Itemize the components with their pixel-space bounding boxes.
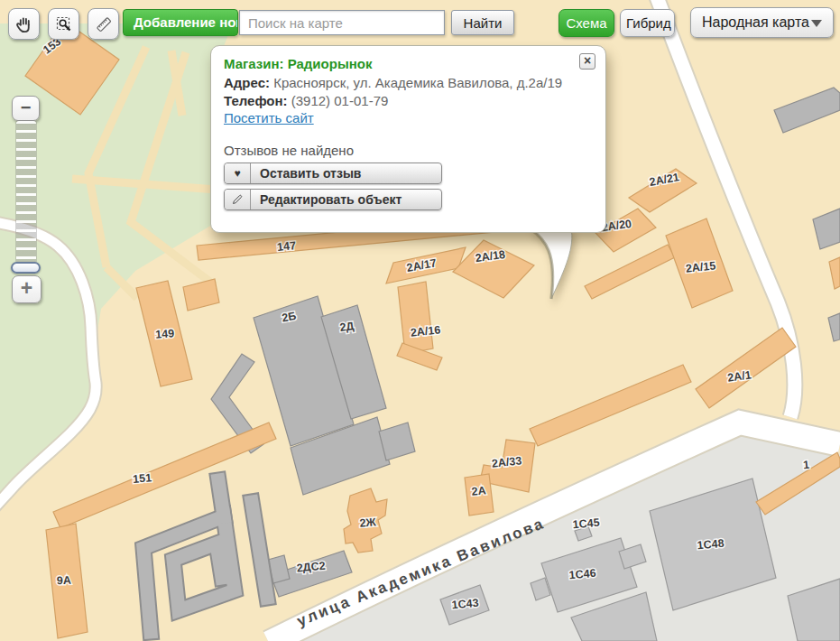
leave-review-button[interactable]: ♥ Оставить отзыв [224,163,442,184]
popup-title: Магазин: Радиорынок [224,56,593,71]
zoom-select-tool-button[interactable] [48,8,79,40]
building-label: 147 [276,239,296,254]
building-label: 9А [57,574,71,588]
balloon-tail [519,227,600,304]
address-value: Красноярск, ул. Академика Вавилова, д.2а… [273,75,562,90]
visit-site-link[interactable]: Посетить сайт [224,109,314,127]
magnifier-icon [55,15,73,33]
building-label: 1С45 [572,516,600,532]
building-label: 1С46 [568,567,596,582]
add-object-button[interactable]: Добавление нового объекта [123,9,238,36]
edit-object-label: Редактировать объект [251,190,441,209]
popup-address: Адрес: Красноярск, ул. Академика Вавилов… [224,74,593,92]
chevron-down-icon [811,20,822,33]
layer-selector-dropdown[interactable]: Народная карта [690,7,834,38]
building-label: 2А [471,484,486,497]
search-input[interactable] [239,10,445,35]
edit-object-button[interactable]: Редактировать объект [224,189,442,210]
layer-selector-label: Народная карта [702,14,809,31]
measure-tool-button[interactable] [88,8,119,40]
building-label: 2Д [339,320,355,334]
building-label: 2Ж [359,516,377,530]
zoom-slider-handle[interactable] [11,262,41,274]
map-application-window: улица Академика Вавилова 153 147 2А/17 2… [0,0,840,641]
plus-icon: + [21,276,32,300]
leave-review-label: Оставить отзыв [251,163,441,183]
reviews-status: Отзывов не найдено [224,143,593,158]
pan-tool-button[interactable] [8,8,40,40]
building-label: 2ДС2 [296,560,326,575]
minus-icon: − [21,98,32,117]
zoom-slider-track[interactable] [16,121,36,263]
address-label: Адрес: [224,75,270,90]
building-label: 2Б [281,310,297,325]
find-button[interactable]: Найти [451,10,514,35]
building-label: 149 [155,327,175,340]
hand-icon [14,14,33,33]
close-icon[interactable]: × [579,53,595,70]
scheme-layer-button[interactable]: Схема [558,9,614,37]
phone-value: (3912) 01-01-79 [291,93,389,108]
heart-icon: ♥ [225,163,251,183]
zoom-in-button[interactable]: + [12,275,42,303]
hybrid-layer-button[interactable]: Гибрид [620,9,675,37]
building-label: 151 [133,471,152,486]
zoom-out-button[interactable]: − [12,96,40,121]
pencil-icon [225,190,251,209]
building-label: 1 [803,459,810,472]
ruler-icon [95,15,113,33]
popup-phone: Телефон: (3912) 01-01-79 [224,92,593,110]
place-info-popup: × Магазин: Радиорынок Адрес: Красноярск,… [210,45,606,233]
building-label: 1С48 [697,537,725,553]
building-label: 1С43 [451,597,479,612]
phone-label: Телефон: [224,93,288,108]
